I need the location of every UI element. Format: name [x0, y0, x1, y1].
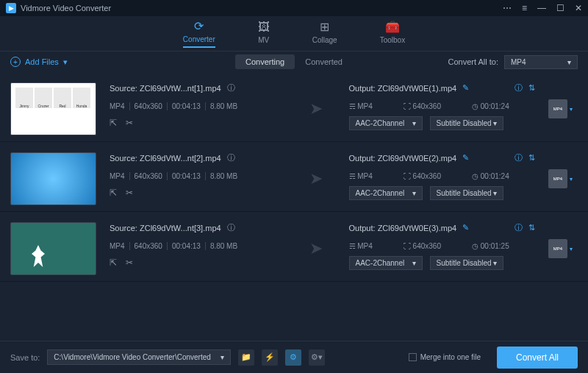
cut-icon[interactable]: ✂ — [126, 188, 133, 198]
settings-button[interactable]: ⚙▾ — [309, 349, 325, 366]
cut-icon[interactable]: ✂ — [126, 257, 133, 268]
convert-all-label: Convert All to: — [448, 57, 498, 66]
output-meta: ☴ MP4⛶ 640x360◷ 00:01:24 — [349, 102, 536, 110]
output-filename: Output: ZCl69dVtW0E(3).mp4 — [349, 224, 457, 232]
cut-icon[interactable]: ✂ — [126, 118, 133, 128]
tab-toolbox[interactable]: 🧰Toolbox — [380, 20, 405, 47]
subtitle-dropdown[interactable]: Subtitle Disabled▾ — [430, 116, 503, 130]
file-item: Source: ZCl69dVtW...nt[3].mp4ⓘ MP4640x36… — [0, 212, 588, 282]
close-icon[interactable]: ✕ — [575, 3, 582, 13]
mv-icon: 🖼 — [258, 21, 270, 34]
thumbnail[interactable] — [10, 222, 96, 275]
info-icon[interactable]: ⓘ — [227, 222, 235, 233]
tab-converter[interactable]: ⟳Converter — [183, 19, 215, 48]
toolbar: + Add Files ▾ Converting Converted Conve… — [0, 51, 588, 72]
edit-icon[interactable]: ✎ — [462, 223, 469, 232]
chevron-down-icon: ▾ — [567, 58, 571, 66]
source-filename: Source: ZCl69dVtW...nt[1].mp4 — [110, 84, 221, 93]
save-path-dropdown[interactable]: C:\Vidmore\Vidmore Video Converter\Conve… — [47, 349, 231, 365]
info-icon[interactable]: ⓘ — [227, 82, 235, 93]
open-folder-button[interactable]: 📁 — [238, 349, 254, 366]
gpu-button[interactable]: ⚙ — [285, 349, 301, 366]
edit-icon[interactable]: ✎ — [462, 153, 469, 163]
info-icon[interactable]: ⓘ — [514, 152, 523, 163]
output-filename: Output: ZCl69dVtW0E(1).mp4 — [349, 84, 457, 93]
app-logo-icon: ▶ — [6, 3, 16, 13]
output-format-button[interactable]: MP4▾ — [548, 99, 578, 118]
thumbnail[interactable] — [10, 152, 96, 205]
arrow-icon: ➤ — [309, 99, 336, 118]
plus-icon: + — [10, 57, 21, 67]
toolbox-icon: 🧰 — [385, 20, 400, 34]
edit-icon[interactable]: ✎ — [462, 83, 469, 93]
output-meta: ☴ MP4⛶ 640x360◷ 00:01:25 — [349, 242, 536, 250]
hamburger-icon[interactable]: ≡ — [522, 3, 527, 13]
tab-collage[interactable]: ⊞Collage — [312, 20, 337, 47]
tab-mv[interactable]: 🖼MV — [258, 21, 270, 47]
app-title: Vidmore Video Converter — [21, 4, 111, 13]
menu-icon[interactable]: ⋯ — [503, 3, 512, 13]
add-files-button[interactable]: + Add Files ▾ — [10, 57, 68, 67]
bottom-bar: Save to: C:\Vidmore\Vidmore Video Conver… — [0, 341, 588, 373]
audio-dropdown[interactable]: AAC-2Channel▾ — [349, 256, 423, 270]
output-meta: ☴ MP4⛶ 640x360◷ 00:01:24 — [349, 172, 536, 180]
chevron-down-icon: ▾ — [220, 353, 224, 361]
output-format-button[interactable]: MP4▾ — [548, 169, 578, 188]
source-meta: MP4640x36000:04:138.80 MB — [110, 102, 296, 110]
checkbox-icon — [409, 353, 417, 361]
minimize-icon[interactable]: — — [537, 3, 546, 13]
nav-tabs: ⟳Converter 🖼MV ⊞Collage 🧰Toolbox — [0, 16, 588, 51]
file-item: JimnyCruzerRedHonda Source: ZCl69dVtW...… — [0, 72, 588, 142]
info-icon[interactable]: ⓘ — [227, 152, 235, 163]
maximize-icon[interactable]: ☐ — [556, 3, 564, 13]
audio-dropdown[interactable]: AAC-2Channel▾ — [349, 116, 423, 130]
collage-icon: ⊞ — [320, 20, 329, 34]
compress-icon[interactable]: ⇱ — [110, 188, 117, 198]
thumbnail[interactable]: JimnyCruzerRedHonda — [10, 82, 96, 135]
compress-icon[interactable]: ⇱ — [110, 118, 117, 128]
adjust-icon[interactable]: ⇅ — [528, 83, 535, 93]
audio-dropdown[interactable]: AAC-2Channel▾ — [349, 186, 423, 200]
source-meta: MP4640x36000:04:138.80 MB — [110, 242, 296, 250]
arrow-icon: ➤ — [309, 169, 336, 188]
save-to-label: Save to: — [10, 353, 40, 362]
convert-all-button[interactable]: Convert All — [497, 347, 578, 369]
chevron-down-icon: ▾ — [63, 57, 68, 67]
arrow-icon: ➤ — [309, 239, 336, 258]
output-format-button[interactable]: MP4▾ — [548, 239, 578, 258]
converter-icon: ⟳ — [194, 19, 204, 33]
info-icon[interactable]: ⓘ — [514, 222, 523, 233]
titlebar: ▶ Vidmore Video Converter ⋯ ≡ — ☐ ✕ — [0, 0, 588, 16]
subtab-converting[interactable]: Converting — [235, 54, 295, 69]
file-item: Source: ZCl69dVtW...nt[2].mp4ⓘ MP4640x36… — [0, 142, 588, 212]
convert-all-dropdown[interactable]: MP4▾ — [504, 55, 578, 69]
hw-accel-button[interactable]: ⚡ — [262, 349, 278, 366]
file-list: JimnyCruzerRedHonda Source: ZCl69dVtW...… — [0, 72, 588, 344]
subtitle-dropdown[interactable]: Subtitle Disabled▾ — [430, 186, 503, 200]
source-filename: Source: ZCl69dVtW...nt[3].mp4 — [110, 224, 221, 232]
source-filename: Source: ZCl69dVtW...nt[2].mp4 — [110, 154, 221, 163]
adjust-icon[interactable]: ⇅ — [528, 153, 535, 163]
compress-icon[interactable]: ⇱ — [110, 257, 117, 268]
merge-checkbox[interactable]: Merge into one file — [409, 353, 481, 361]
info-icon[interactable]: ⓘ — [514, 82, 523, 93]
source-meta: MP4640x36000:04:138.80 MB — [110, 172, 296, 180]
subtab-converted[interactable]: Converted — [295, 54, 353, 69]
subtitle-dropdown[interactable]: Subtitle Disabled▾ — [430, 256, 503, 270]
adjust-icon[interactable]: ⇅ — [528, 223, 535, 232]
output-filename: Output: ZCl69dVtW0E(2).mp4 — [349, 154, 457, 163]
